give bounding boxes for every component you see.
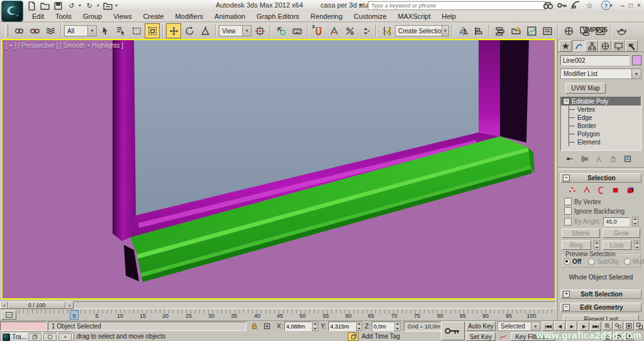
percent-snap-toggle-button[interactable]	[342, 23, 357, 38]
restore-window-button[interactable]: □	[627, 1, 635, 9]
bind-to-space-warp-button[interactable]	[43, 23, 58, 38]
key-mode-dropdown[interactable]: Selected▼	[497, 322, 540, 331]
render-production-button[interactable]	[614, 23, 629, 38]
select-and-link-button[interactable]	[11, 23, 26, 38]
repeat-last-button[interactable]: Repeat Last	[563, 315, 639, 320]
auto-key-button[interactable]: Auto Key	[466, 322, 496, 331]
pin-stack-button[interactable]	[564, 154, 575, 164]
minimize-window-button[interactable]: –	[619, 1, 626, 9]
x-coordinate-field[interactable]	[284, 322, 312, 331]
subscription-button[interactable]	[556, 1, 568, 10]
object-color-swatch[interactable]	[632, 55, 641, 65]
dropdown-arrow-icon[interactable]: ▼	[441, 26, 448, 36]
zoom-extents-button[interactable]	[624, 322, 634, 330]
unlink-selection-button[interactable]	[27, 23, 42, 38]
selection-filter-dropdown[interactable]: All▼	[64, 25, 97, 36]
dropdown-arrow-icon[interactable]: ▼	[87, 26, 96, 36]
show-end-result-button[interactable]	[579, 154, 590, 164]
project-dropdown-arrow[interactable]: ▼	[114, 4, 118, 8]
minimized-trackview-window[interactable]: Tra... ×	[0, 332, 74, 341]
remove-modifier-button[interactable]	[608, 154, 619, 164]
z-coordinate-field[interactable]	[372, 322, 394, 331]
redo-button[interactable]: ↻	[84, 1, 95, 11]
y-spinner[interactable]	[356, 322, 362, 331]
redo-dropdown-arrow[interactable]: ▼	[96, 4, 100, 8]
make-unique-button[interactable]	[593, 154, 604, 164]
select-and-move-button[interactable]	[166, 23, 181, 38]
expand-icon[interactable]: +	[563, 291, 570, 298]
tab-create[interactable]	[559, 40, 572, 51]
undo-button[interactable]: ↺	[66, 1, 77, 11]
track-bar[interactable]: 0 5 10 15 20 25 30 35 40 45 50 55 60 65 …	[0, 310, 557, 321]
application-menu-button[interactable]	[1, 1, 23, 22]
window-recess-shadow[interactable]	[500, 40, 529, 143]
preview-subobj-radio[interactable]	[588, 258, 595, 265]
stack-item-polygon[interactable]: Polygon	[569, 130, 641, 138]
help-dropdown-arrow[interactable]: ▼	[609, 4, 613, 8]
menu-create[interactable]: Create	[137, 12, 169, 21]
menu-tools[interactable]: Tools	[50, 12, 77, 21]
loop-button[interactable]: Loop	[602, 241, 632, 250]
menu-views[interactable]: Views	[108, 12, 137, 21]
set-key-button[interactable]: Set Key	[466, 332, 496, 341]
select-and-manipulate-button[interactable]	[274, 23, 289, 38]
menu-maxscript[interactable]: MAXScript	[392, 12, 436, 21]
next-frame-arrow[interactable]: >	[65, 301, 74, 309]
object-name-field[interactable]	[560, 55, 630, 65]
restore-minimized-button[interactable]	[28, 333, 42, 341]
edit-named-selection-sets-button[interactable]	[379, 23, 394, 38]
configure-modifier-sets-button[interactable]	[622, 154, 633, 164]
select-by-name-button[interactable]	[113, 23, 128, 38]
select-and-rotate-button[interactable]	[182, 23, 197, 38]
shrink-button[interactable]: Shrink	[562, 229, 600, 238]
menu-group[interactable]: Group	[77, 12, 108, 21]
keyboard-shortcut-override-button[interactable]	[289, 23, 304, 38]
zoom-all-button[interactable]	[613, 322, 623, 330]
tab-motion[interactable]	[599, 40, 611, 51]
angle-snap-toggle-button[interactable]	[326, 23, 341, 38]
stack-item-border[interactable]: Border	[569, 122, 641, 130]
use-pivot-point-center-button[interactable]	[252, 23, 267, 38]
viewport-label[interactable]: [ + ] [ Perspective ] [ Smooth + Highlig…	[6, 42, 123, 49]
window-frame-left[interactable]	[113, 40, 136, 241]
grow-button[interactable]: Grow	[602, 229, 641, 238]
stack-item-vertex[interactable]: Vertex	[569, 106, 641, 114]
set-keys-button[interactable]	[441, 322, 465, 340]
menu-animation[interactable]: Animation	[209, 12, 251, 21]
by-vertex-checkbox[interactable]	[564, 198, 572, 205]
angle-spinner[interactable]	[632, 217, 638, 226]
new-key-default-in-out-button[interactable]	[497, 332, 508, 341]
save-file-button[interactable]	[53, 1, 64, 11]
window-crossing-toggle-button[interactable]	[145, 23, 160, 38]
collapse-icon[interactable]: −	[563, 175, 570, 181]
angle-value-field[interactable]	[603, 217, 630, 226]
window-frame-right[interactable]	[479, 40, 500, 136]
modifier-list-dropdown[interactable]: Modifier List ▼	[560, 68, 641, 79]
snap-toggle-button[interactable]: 3	[311, 23, 326, 38]
search-button[interactable]	[542, 1, 554, 10]
previous-frame-arrow[interactable]: <	[0, 301, 8, 309]
selection-lock-toggle[interactable]	[249, 322, 260, 331]
open-file-button[interactable]	[40, 1, 50, 11]
element-mode-button[interactable]	[626, 186, 635, 196]
modifier-stack[interactable]: − Editable Poly Vertex Edge Border Polyg…	[560, 97, 641, 151]
zoom-extents-all-button[interactable]	[635, 322, 644, 330]
stack-item-edge[interactable]: Edge	[569, 114, 641, 122]
menu-customize[interactable]: Customize	[348, 12, 392, 21]
maximize-minimized-button[interactable]	[43, 333, 57, 341]
time-slider-track[interactable]	[0, 301, 556, 309]
y-coordinate-field[interactable]	[328, 322, 356, 331]
menu-modifiers[interactable]: Modifiers	[169, 12, 209, 21]
tab-modify[interactable]	[572, 40, 585, 51]
ring-spinner[interactable]	[594, 241, 600, 250]
undo-dropdown-arrow[interactable]: ▼	[78, 4, 82, 8]
border-mode-button[interactable]	[597, 186, 606, 196]
communication-center-button[interactable]	[570, 1, 582, 10]
preview-multi-radio[interactable]	[624, 258, 631, 265]
material-editor-button[interactable]	[561, 23, 576, 38]
select-object-button[interactable]	[97, 23, 113, 38]
dropdown-arrow-icon[interactable]: ▼	[631, 69, 641, 78]
selection-rollout-header[interactable]: − Selection	[560, 173, 641, 183]
open-mini-curve-editor-button[interactable]	[1, 310, 16, 320]
z-spinner[interactable]	[394, 322, 401, 331]
